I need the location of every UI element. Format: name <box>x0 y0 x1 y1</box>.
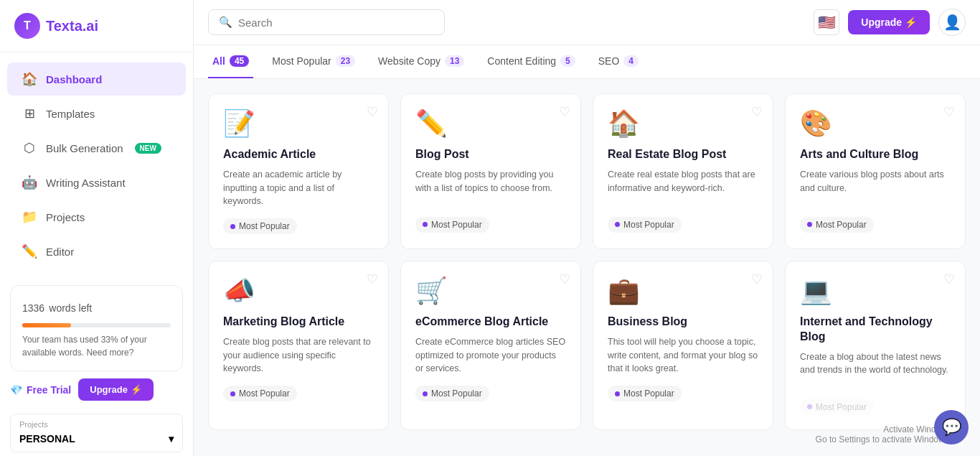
card-business-blog[interactable]: ♡ 💼 Business Blog This tool will help yo… <box>593 261 773 430</box>
upgrade-top-button[interactable]: Upgrade ⚡ <box>848 10 930 34</box>
sidebar-item-dashboard[interactable]: 🏠 Dashboard <box>7 62 186 96</box>
sidebar: T Texta.ai 🏠 Dashboard ⊞ Templates ⬡ Bul… <box>0 0 194 456</box>
words-desc: Your team has used 33% of your available… <box>22 333 171 359</box>
badge-dot <box>230 391 235 396</box>
logo-text: Texta.ai <box>46 18 98 34</box>
card-emoji: ✏️ <box>415 108 566 139</box>
card-badge: Most Popular <box>608 386 682 401</box>
card-title: Business Blog <box>608 315 758 330</box>
card-internet-technology-blog[interactable]: ♡ 💻 Internet and Technology Blog Create … <box>785 261 966 430</box>
logo-icon: T <box>14 13 40 39</box>
card-title: Blog Post <box>415 147 566 162</box>
card-desc: Create blog posts that are relevant to y… <box>223 335 374 376</box>
search-input[interactable] <box>238 17 434 29</box>
words-left-section: 1336 words left Your team has used 33% o… <box>10 285 183 371</box>
card-emoji: 💻 <box>800 276 951 306</box>
sidebar-item-label: Writing Assistant <box>46 177 126 189</box>
words-count: 1336 words left <box>22 297 171 316</box>
sidebar-item-bulk-generation[interactable]: ⬡ Bulk Generation NEW <box>7 131 186 164</box>
heart-icon[interactable]: ♡ <box>559 271 570 287</box>
heart-icon[interactable]: ♡ <box>367 104 378 120</box>
tab-count-seo: 4 <box>623 55 639 67</box>
card-ecommerce-blog-article[interactable]: ♡ 🛒 eCommerce Blog Article Create eComme… <box>400 261 581 430</box>
projects-dropdown-label: Projects <box>11 414 182 430</box>
card-emoji: 📣 <box>223 276 374 306</box>
heart-icon[interactable]: ♡ <box>559 104 570 120</box>
badge-dot <box>615 222 620 227</box>
writing-icon: 🤖 <box>22 175 37 190</box>
templates-icon: ⊞ <box>22 106 37 121</box>
projects-dropdown[interactable]: Projects PERSONAL ▾ <box>10 414 183 452</box>
sidebar-item-label: Dashboard <box>46 73 102 85</box>
card-badge: Most Popular <box>223 386 297 401</box>
new-badge: NEW <box>135 143 161 154</box>
card-desc: Create real estate blog posts that are i… <box>608 168 758 207</box>
card-desc: Create eCommerce blog articles SEO optim… <box>415 335 566 376</box>
heart-icon[interactable]: ♡ <box>751 271 763 287</box>
logo-area: T Texta.ai <box>0 0 193 52</box>
card-title: eCommerce Blog Article <box>415 315 566 330</box>
card-desc: Create blog posts by providing you with … <box>415 168 566 207</box>
card-title: Internet and Technology Blog <box>800 315 951 345</box>
tab-count-content-editing: 5 <box>560 55 575 67</box>
diamond-icon: 💎 <box>10 384 22 396</box>
language-flag-button[interactable]: 🇺🇸 <box>814 9 839 35</box>
sidebar-item-label: Bulk Generation <box>46 142 123 154</box>
card-desc: Create a blog about the latest news and … <box>800 350 951 389</box>
heart-icon[interactable]: ♡ <box>751 104 763 120</box>
card-desc: This tool will help you choose a topic, … <box>608 335 758 376</box>
card-desc: Create an academic article by inputting … <box>223 168 374 208</box>
sidebar-item-label: Editor <box>46 246 74 258</box>
heart-icon[interactable]: ♡ <box>943 271 955 287</box>
sidebar-item-label: Projects <box>46 211 85 223</box>
top-bar-right: 🇺🇸 Upgrade ⚡ 👤 <box>814 9 966 36</box>
heart-icon[interactable]: ♡ <box>367 271 378 287</box>
card-marketing-blog-article[interactable]: ♡ 📣 Marketing Blog Article Create blog p… <box>208 261 389 430</box>
tab-content-editing[interactable]: Content Editing 5 <box>483 45 579 78</box>
card-emoji: 🎨 <box>800 108 951 139</box>
badge-dot <box>807 404 812 409</box>
badge-dot <box>230 224 235 229</box>
card-badge: Most Popular <box>415 217 489 233</box>
progress-bar-fill <box>22 323 71 327</box>
card-real-estate-blog-post[interactable]: ♡ 🏠 Real Estate Blog Post Create real es… <box>593 93 773 249</box>
projects-dropdown-value[interactable]: PERSONAL ▾ <box>11 430 182 452</box>
card-desc: Create various blog posts about arts and… <box>800 168 951 207</box>
card-title: Marketing Blog Article <box>223 315 374 330</box>
card-arts-culture-blog[interactable]: ♡ 🎨 Arts and Culture Blog Create various… <box>785 93 966 249</box>
card-academic-article[interactable]: ♡ 📝 Academic Article Create an academic … <box>208 93 389 249</box>
main-content: 🔍 🇺🇸 Upgrade ⚡ 👤 All 45 Most Popular 23 … <box>194 0 980 456</box>
sidebar-item-templates[interactable]: ⊞ Templates <box>7 97 186 130</box>
sidebar-item-writing-assistant[interactable]: 🤖 Writing Assistant <box>7 166 186 199</box>
sidebar-nav: 🏠 Dashboard ⊞ Templates ⬡ Bulk Generatio… <box>0 52 193 278</box>
badge-dot <box>423 391 428 396</box>
search-box[interactable]: 🔍 <box>208 9 445 35</box>
tab-most-popular[interactable]: Most Popular 23 <box>268 45 359 78</box>
card-emoji: 🛒 <box>415 276 566 306</box>
sidebar-item-label: Templates <box>46 108 95 120</box>
badge-dot <box>615 391 620 396</box>
heart-icon[interactable]: ♡ <box>943 104 955 120</box>
top-bar: 🔍 🇺🇸 Upgrade ⚡ 👤 <box>194 0 980 45</box>
user-account-button[interactable]: 👤 <box>938 9 966 36</box>
tab-count-all: 45 <box>230 55 249 67</box>
card-title: Arts and Culture Blog <box>800 147 951 162</box>
free-trial-row: 💎 Free Trial Upgrade ⚡ <box>10 378 183 401</box>
tab-all[interactable]: All 45 <box>208 45 253 78</box>
tab-website-copy[interactable]: Website Copy 13 <box>374 45 468 78</box>
chat-button[interactable]: 💬 <box>934 410 969 445</box>
progress-bar-bg <box>22 323 171 327</box>
cards-grid: ♡ 📝 Academic Article Create an academic … <box>208 93 966 430</box>
chevron-down-icon: ▾ <box>169 433 174 445</box>
upgrade-sidebar-button[interactable]: Upgrade ⚡ <box>78 378 153 401</box>
search-icon: 🔍 <box>219 16 232 29</box>
card-blog-post[interactable]: ♡ ✏️ Blog Post Create blog posts by prov… <box>400 93 581 249</box>
sidebar-item-projects[interactable]: 📁 Projects <box>7 200 186 233</box>
tab-count-website-copy: 13 <box>445 55 464 67</box>
sidebar-item-editor[interactable]: ✏️ Editor <box>7 235 186 268</box>
projects-icon: 📁 <box>22 209 37 225</box>
user-icon: 👤 <box>943 14 961 31</box>
tab-count-most-popular: 23 <box>336 55 355 67</box>
tab-seo[interactable]: SEO 4 <box>594 45 643 78</box>
card-badge: Most Popular <box>800 399 874 415</box>
